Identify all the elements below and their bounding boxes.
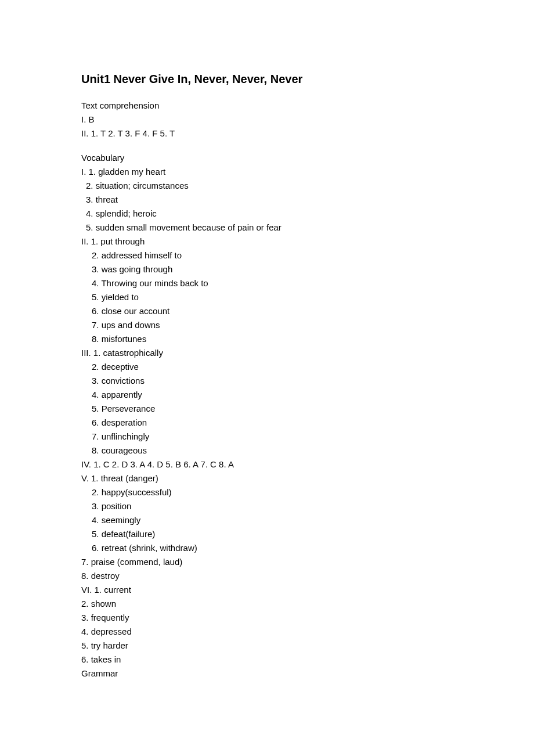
text-line: 5. yielded to [81,290,453,304]
text-line: 6. desperation [81,416,453,430]
text-line: 2. happy(successful) [81,485,453,499]
text-line: 6. close our account [81,304,453,318]
text-line: I. B [81,113,453,127]
text-line: II. 1. put through [81,235,453,249]
page-title: Unit1 Never Give In, Never, Never, Never [81,70,453,88]
text-line: 8. courageous [81,444,453,458]
text-line: 7. ups and downs [81,318,453,332]
text-line: V. 1. threat (danger) [81,471,453,485]
text-line: 3. was going through [81,262,453,276]
text-line: 7. praise (commend, laud) [81,555,453,569]
text-line: 6. retreat (shrink, withdraw) [81,541,453,555]
text-line: VI. 1. current [81,583,453,597]
vocabulary-section: Vocabulary I. 1. gladden my heart 2. sit… [81,151,453,681]
text-line: 2. situation; circumstances [81,179,453,193]
text-line: II. 1. T 2. T 3. F 4. F 5. T [81,127,453,141]
text-line: 4. seemingly [81,513,453,527]
text-line: 4. depressed [81,625,453,639]
text-line: 8. destroy [81,569,453,583]
text-line: 3. frequently [81,611,453,625]
text-line: 2. addressed himself to [81,249,453,262]
text-line: IV. 1. C 2. D 3. A 4. D 5. B 6. A 7. C 8… [81,458,453,471]
text-line: 5. sudden small movement because of pain… [81,221,453,235]
text-line: 3. convictions [81,374,453,388]
text-line: 6. takes in [81,653,453,667]
text-line: 2. shown [81,597,453,611]
text-line: 7. unflinchingly [81,430,453,444]
text-line: 3. threat [81,193,453,207]
text-line: 5. try harder [81,639,453,653]
section-heading: Vocabulary [81,151,453,165]
text-line: III. 1. catastrophically [81,346,453,360]
text-line: 4. splendid; heroic [81,207,453,221]
text-line: 4. apparently [81,388,453,402]
text-line: 5. defeat(failure) [81,527,453,541]
text-line: 8. misfortunes [81,332,453,346]
text-line: 4. Throwing our minds back to [81,276,453,290]
text-line: I. 1. gladden my heart [81,165,453,179]
text-comprehension-section: Text comprehension I. B II. 1. T 2. T 3.… [81,99,453,141]
text-line: 2. deceptive [81,360,453,374]
text-line: 3. position [81,499,453,513]
text-line: 5. Perseverance [81,402,453,416]
section-heading: Grammar [81,667,453,681]
section-heading: Text comprehension [81,99,453,113]
